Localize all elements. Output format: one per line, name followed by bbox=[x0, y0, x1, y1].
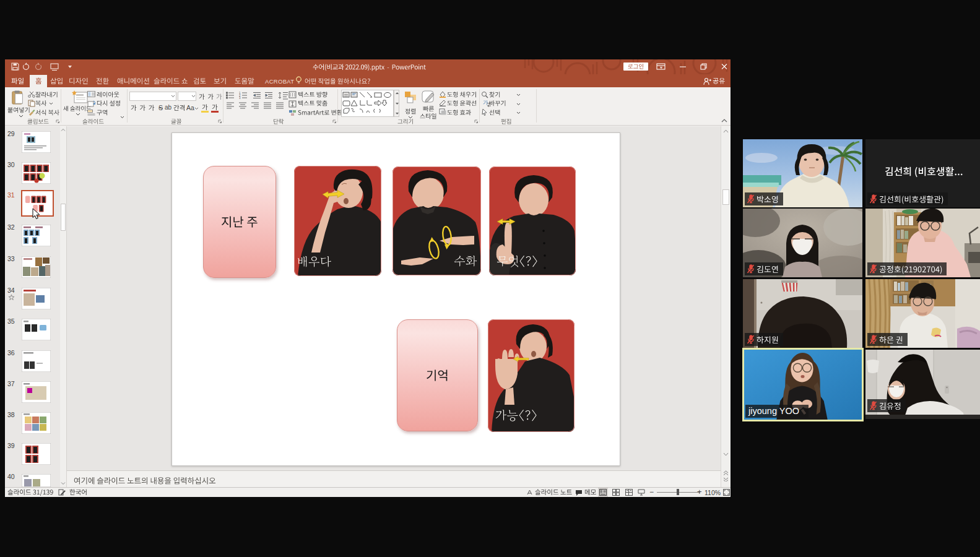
svg-text:3: 3 bbox=[239, 97, 241, 99]
